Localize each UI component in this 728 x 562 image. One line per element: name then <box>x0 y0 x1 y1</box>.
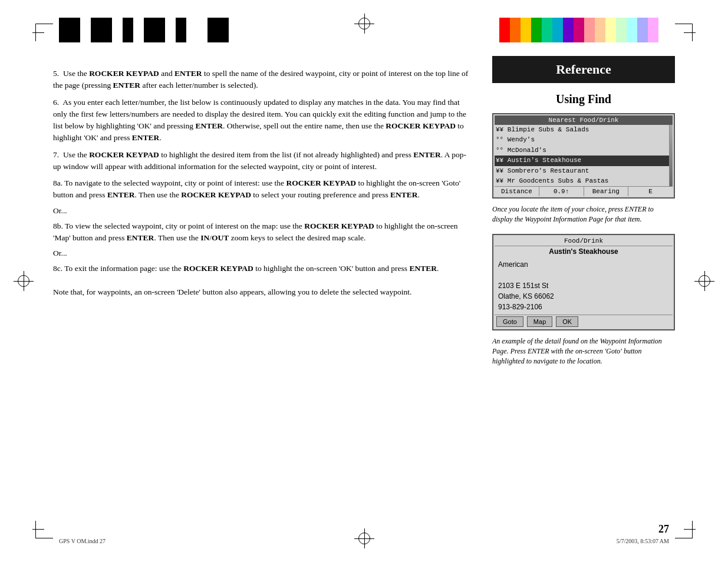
gps-list-row: °° Wendy's <box>495 135 669 145</box>
item-8a-bold2: ENTER <box>107 190 135 199</box>
right-reg-line <box>684 32 696 33</box>
right-column: Reference Using Find Nearest Food/Drink … <box>492 56 675 515</box>
list-item-6: 6. As you enter each letter/number, the … <box>53 97 469 144</box>
gps-body-row: 2103 E 151st St <box>498 280 669 291</box>
crosshair-bottom <box>358 533 370 544</box>
gps-screen-2-footer: GotoMapOK <box>495 315 673 328</box>
gps-screen-1-title: Nearest Food/Drink <box>495 115 673 125</box>
corner-mark-bl <box>35 521 53 538</box>
list-item-8b: 8b. To view the selected waypoint, city … <box>53 220 469 244</box>
or-text-1: Or... <box>53 206 469 216</box>
item-8a-bold1: ROCKER KEYPAD <box>286 178 356 187</box>
bottom-left-reg-line <box>32 529 44 530</box>
item-5-bold1: ROCKER KEYPAD <box>89 69 159 78</box>
item-8b-bold3: IN <box>200 233 209 242</box>
caption-2: An example of the detail found on the Wa… <box>492 336 675 366</box>
gps-scrollbar <box>669 125 673 186</box>
footer-right: 5/7/2003, 8:53:07 AM <box>617 538 669 544</box>
left-reg-line <box>32 32 44 33</box>
item-8a-bold3: ROCKER KEYPAD <box>181 190 251 199</box>
item-8b-number: 8b. <box>53 222 63 230</box>
gps-screen-2-title: Food/Drink <box>495 236 673 246</box>
content-area: 5. Use the ROCKER KEYPAD and ENTER to sp… <box>53 56 675 515</box>
gps-screen-1-list: ¥¥ Blimpie Subs & Salads°° Wendy's°° McD… <box>495 125 669 186</box>
gps-screen-2-subtitle: Austin's Steakhouse <box>495 246 673 257</box>
item-8c-bold2: ENTER <box>409 264 437 273</box>
item-8c-bold1: ROCKER KEYPAD <box>183 264 253 273</box>
list-item-5: 5. Use the ROCKER KEYPAD and ENTER to sp… <box>53 68 469 92</box>
caption-1: Once you locate the item of your choice,… <box>492 204 675 224</box>
gps-footer-item: 0.9↑ <box>539 187 584 196</box>
gps-body-row: Olathe, KS 66062 <box>498 291 669 302</box>
bottom-right-reg-line <box>684 529 696 530</box>
item-5-number: 5. <box>53 69 63 78</box>
gps-footer-item: Bearing <box>584 187 629 196</box>
gps-footer-item: E <box>628 187 673 196</box>
item-8b-bold4: OUT <box>212 233 229 242</box>
item-6-bold1: ENTER <box>195 121 223 130</box>
item-6-number: 6. <box>53 98 62 107</box>
gps-list-row: ¥¥ Austin's Steakhouse <box>495 156 669 166</box>
page-number: 27 <box>658 523 669 535</box>
note-text: Note that, for waypoints, an on-screen '… <box>53 286 469 298</box>
gps-footer-button[interactable]: Map <box>527 316 552 327</box>
list-item-8c: 8c. To exit the information page: use th… <box>53 263 469 275</box>
item-7-bold2: ENTER <box>413 150 441 159</box>
item-7-bold1: ROCKER KEYPAD <box>89 150 159 159</box>
corner-mark-br <box>675 521 693 538</box>
gps-screen-1-list-wrap: ¥¥ Blimpie Subs & Salads°° Wendy's°° McD… <box>495 125 673 186</box>
gps-list-row: ¥¥ Sombrero's Restaurant <box>495 166 669 176</box>
gps-screen-2: Food/Drink Austin's Steakhouse American … <box>492 234 675 330</box>
item-7-number: 7. <box>53 150 63 159</box>
gps-footer-button[interactable]: Goto <box>496 316 523 327</box>
item-8b-bold2: ENTER <box>127 233 154 242</box>
item-6-bold2: ROCKER KEYPAD <box>386 121 456 130</box>
gps-list-row: ¥¥ Blimpie Subs & Salads <box>495 125 669 135</box>
item-8a-bold4: ENTER <box>390 190 418 199</box>
gps-list-row: °° McDonald's <box>495 146 669 156</box>
item-8a-number: 8a. <box>53 178 62 187</box>
gps-footer-item: Distance <box>495 187 539 196</box>
left-column: 5. Use the ROCKER KEYPAD and ENTER to sp… <box>53 56 475 515</box>
item-8c-number: 8c. <box>53 264 62 273</box>
gps-list-row: ¥¥ Mr Goodcents Subs & Pastas <box>495 176 669 186</box>
footer-left: GPS V OM.indd 27 <box>59 538 106 544</box>
page: 5. Use the ROCKER KEYPAD and ENTER to sp… <box>0 0 728 562</box>
list-item-7: 7. Use the ROCKER KEYPAD to highlight th… <box>53 149 469 173</box>
gps-body-row: 913-829-2106 <box>498 302 669 312</box>
right-color-strip <box>499 18 669 42</box>
gps-screen-2-body: American 2103 E 151st StOlathe, KS 66062… <box>495 257 673 315</box>
reference-header: Reference <box>492 56 675 83</box>
gps-body-row <box>498 270 669 280</box>
item-6-bold3: ENTER <box>132 133 160 142</box>
crosshair-top <box>358 18 370 29</box>
gps-body-row: American <box>498 259 669 270</box>
or-text-2: Or... <box>53 249 469 258</box>
left-color-strip <box>59 18 229 42</box>
gps-screen-1-footer: Distance0.9↑BearingE <box>495 186 673 196</box>
gps-screen-1: Nearest Food/Drink ¥¥ Blimpie Subs & Sal… <box>492 113 675 199</box>
list-item-8a: 8a. To navigate to the selected waypoint… <box>53 177 469 201</box>
using-find-title: Using Find <box>492 92 675 106</box>
crosshair-left <box>18 275 29 287</box>
crosshair-right <box>699 275 710 287</box>
item-5-bold2: ENTER <box>174 69 202 78</box>
gps-footer-button[interactable]: OK <box>556 316 578 327</box>
item-8b-bold1: ROCKER KEYPAD <box>304 222 374 230</box>
item-5-bold3: ENTER <box>113 81 141 90</box>
